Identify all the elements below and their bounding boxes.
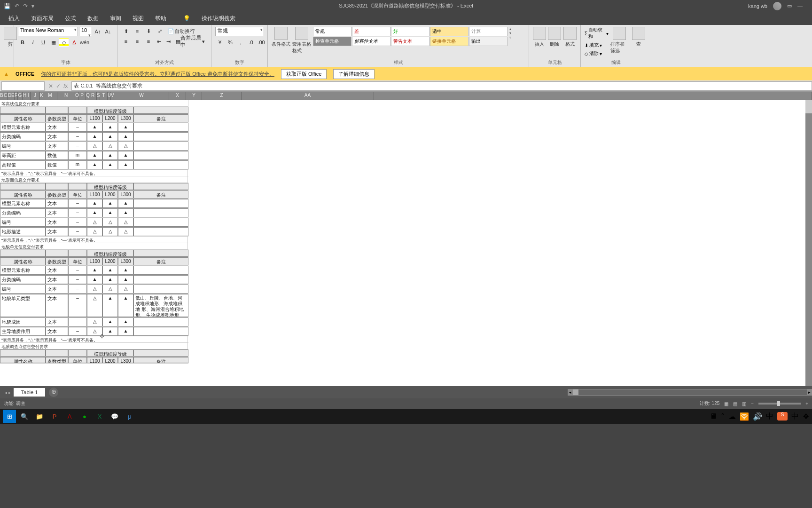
table-row[interactable]: "表示应具备，"△"表示宜具备，"—"表示可不具备。 bbox=[0, 237, 188, 243]
redo-icon[interactable]: ↷ bbox=[23, 3, 28, 9]
col-header-AA[interactable]: AA bbox=[242, 92, 374, 100]
style-output[interactable]: 输出 bbox=[469, 37, 508, 46]
qat-dropdown-icon[interactable]: ▾ bbox=[31, 3, 34, 9]
table-row[interactable]: 模型精细度等级 bbox=[0, 250, 188, 257]
search-icon[interactable]: 🔍 bbox=[18, 410, 31, 423]
style-warn[interactable]: 警告文本 bbox=[391, 37, 429, 46]
cancel-fx-icon[interactable]: ✕ bbox=[48, 83, 53, 89]
table-row[interactable]: 地貌单元信息交付要求 bbox=[0, 243, 188, 250]
table-row[interactable]: 模型精细度等级 bbox=[0, 107, 188, 114]
align-right-icon[interactable]: ≡ bbox=[144, 37, 153, 46]
tell-me-icon[interactable]: 💡 bbox=[183, 15, 190, 22]
table-row[interactable]: 地形描述文本–△△△ bbox=[0, 227, 188, 237]
wechat-icon[interactable]: 💬 bbox=[108, 410, 121, 423]
table-row[interactable]: 编号文本–△△△ bbox=[0, 218, 188, 227]
table-row[interactable]: 模型精细度等级 bbox=[0, 183, 188, 190]
font-color-button[interactable]: A bbox=[70, 38, 79, 47]
align-bot-icon[interactable]: ⬇ bbox=[144, 27, 153, 35]
table-row[interactable]: 模型精细度等级 bbox=[0, 349, 188, 357]
col-header-S[interactable]: S bbox=[97, 92, 100, 100]
table-row[interactable]: 地貌成因文本–△▲▲ bbox=[0, 318, 188, 327]
align-center-icon[interactable]: ≡ bbox=[133, 37, 142, 46]
tray-ime2-icon[interactable]: 中 bbox=[791, 412, 799, 421]
col-header-O[interactable]: O bbox=[75, 92, 78, 100]
phonetic-button[interactable]: wén bbox=[80, 38, 89, 47]
tab-data[interactable]: 数据 bbox=[87, 15, 99, 23]
table-row[interactable]: 主导地质作用文本–△▲▲ bbox=[0, 327, 188, 336]
format-cells-button[interactable]: 格式 bbox=[563, 27, 577, 48]
table-row[interactable]: 编号文本–△△△ bbox=[0, 285, 188, 294]
insert-cells-button[interactable]: 插入 bbox=[533, 27, 546, 48]
scroll-thumb[interactable] bbox=[805, 100, 812, 113]
undo-icon[interactable]: ↶ bbox=[15, 3, 19, 9]
autosum-icon[interactable]: Σ bbox=[585, 31, 587, 36]
col-header-K[interactable]: K bbox=[40, 92, 43, 100]
align-left-icon[interactable]: ≡ bbox=[121, 37, 131, 46]
table-row[interactable]: 分类编码文本–▲▲▲ bbox=[0, 208, 188, 218]
tab-review[interactable]: 审阅 bbox=[110, 15, 121, 23]
fx-icon[interactable]: fx bbox=[63, 83, 68, 89]
col-header-Z[interactable]: Z bbox=[202, 92, 242, 100]
sheet-tab-1[interactable]: Table 1 bbox=[14, 388, 45, 397]
inc-decimal-icon[interactable]: .0 bbox=[246, 38, 256, 47]
cond-format-button[interactable]: 条件格式 bbox=[272, 27, 290, 48]
style-neutral[interactable]: 适中 bbox=[430, 27, 468, 36]
worksheet-grid[interactable]: 等高线信息交付要求模型精细度等级属性名称参数类型单位L100L200L300备注… bbox=[0, 100, 812, 386]
tab-help[interactable]: 帮助 bbox=[155, 15, 166, 23]
col-header-J[interactable]: J bbox=[31, 92, 40, 100]
style-normal[interactable]: 常规 bbox=[313, 27, 351, 36]
align-mid-icon[interactable]: ≡ bbox=[133, 27, 142, 35]
underline-button[interactable]: U bbox=[39, 38, 48, 47]
table-row[interactable]: 高程值数值m▲▲▲ bbox=[0, 160, 188, 170]
tray-volume-icon[interactable]: 🔊 bbox=[753, 412, 762, 421]
percent-icon[interactable]: % bbox=[226, 38, 235, 47]
col-header-Y[interactable]: Y bbox=[186, 92, 202, 100]
style-link[interactable]: 链接单元格 bbox=[430, 37, 468, 46]
table-row[interactable]: 分类编码文本–▲▲▲ bbox=[0, 132, 188, 142]
table-row[interactable]: 等高距数值m▲▲▲ bbox=[0, 151, 188, 160]
table-format-button[interactable]: 套用表格格式 bbox=[292, 27, 311, 54]
style-check[interactable]: 检查单元格 bbox=[313, 37, 351, 46]
zoom-slider[interactable] bbox=[758, 403, 801, 405]
warning-text[interactable]: 你的许可证并非正版，你可能是盗版软件的受害者。立即通过正版 Office 避免中… bbox=[41, 71, 274, 78]
border-button[interactable]: ▦ bbox=[49, 38, 58, 47]
name-box[interactable] bbox=[1, 81, 45, 91]
explorer-icon[interactable]: 📁 bbox=[33, 410, 46, 423]
minimize-icon[interactable]: — bbox=[797, 3, 803, 9]
col-header-B[interactable]: B bbox=[0, 92, 3, 100]
col-header-V[interactable]: V bbox=[111, 92, 114, 100]
tray-action-icon[interactable]: ❖ bbox=[803, 412, 809, 421]
find-button[interactable]: 查 bbox=[630, 27, 648, 48]
table-row[interactable]: 编号文本–△△△ bbox=[0, 142, 188, 151]
view-break-icon[interactable]: ▥ bbox=[742, 401, 746, 406]
enter-fx-icon[interactable]: ✓ bbox=[56, 83, 61, 89]
table-row[interactable]: "表示应具备，"△"表示宜具备，"—"表示可不具备。 bbox=[0, 170, 188, 176]
table-row[interactable]: 模型元素名称文本–▲▲▲ bbox=[0, 123, 188, 132]
zoom-out-icon[interactable]: − bbox=[751, 401, 754, 406]
font-size-combo[interactable]: 10 bbox=[79, 27, 92, 36]
table-row[interactable]: 分类编码文本–▲▲▲ bbox=[0, 275, 188, 285]
style-bad[interactable]: 差 bbox=[352, 27, 390, 36]
col-header-P[interactable]: P bbox=[78, 92, 86, 100]
horizontal-scrollbar[interactable]: ◂ ▸ bbox=[568, 389, 812, 396]
sheet-nav-icon[interactable]: ◂ ▸ bbox=[2, 390, 14, 395]
comma-icon[interactable]: , bbox=[236, 38, 245, 47]
col-header-U[interactable]: U bbox=[108, 92, 111, 100]
sort-filter-button[interactable]: 排序和筛选 bbox=[610, 27, 628, 54]
col-header-I[interactable]: I bbox=[27, 92, 31, 100]
fill-icon[interactable]: ⬇ bbox=[585, 43, 588, 48]
start-button[interactable]: ⊞ bbox=[3, 410, 16, 423]
style-expl[interactable]: 解释性文本 bbox=[352, 37, 390, 46]
get-office-button[interactable]: 获取正版 Office bbox=[281, 69, 327, 79]
col-header-H[interactable]: H bbox=[23, 92, 27, 100]
tab-insert[interactable]: 插入 bbox=[8, 15, 20, 23]
tray-network-icon[interactable]: 🛜 bbox=[740, 412, 749, 421]
table-row[interactable]: 地貌单元类型文本–△▲▲低山、丘陵、台地、河成堆积地形、海成堆积地 形、海河混合… bbox=[0, 294, 188, 318]
align-top-icon[interactable]: ⬆ bbox=[121, 27, 131, 35]
dec-decimal-icon[interactable]: .00 bbox=[257, 38, 266, 47]
font-name-combo[interactable]: Times New Roman bbox=[18, 27, 78, 36]
table-row[interactable]: 模型元素名称文本–▲▲▲ bbox=[0, 199, 188, 208]
column-headers[interactable]: BCDEFGHIJKMNOPQRSTUVWXYZAA bbox=[0, 92, 812, 100]
powerpoint-icon[interactable]: P bbox=[48, 410, 61, 423]
learn-more-button[interactable]: 了解详细信息 bbox=[333, 69, 375, 79]
